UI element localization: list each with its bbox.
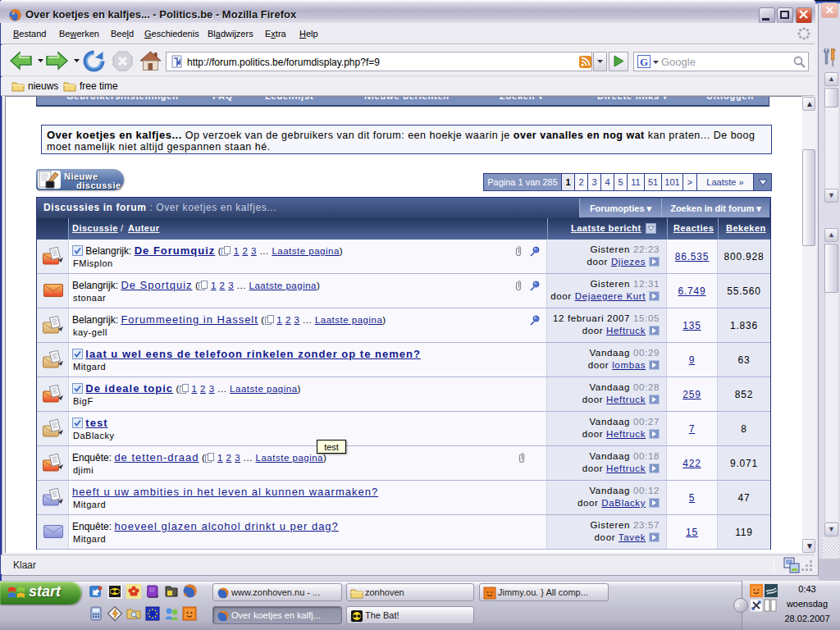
svg-text:G: G: [640, 56, 648, 68]
